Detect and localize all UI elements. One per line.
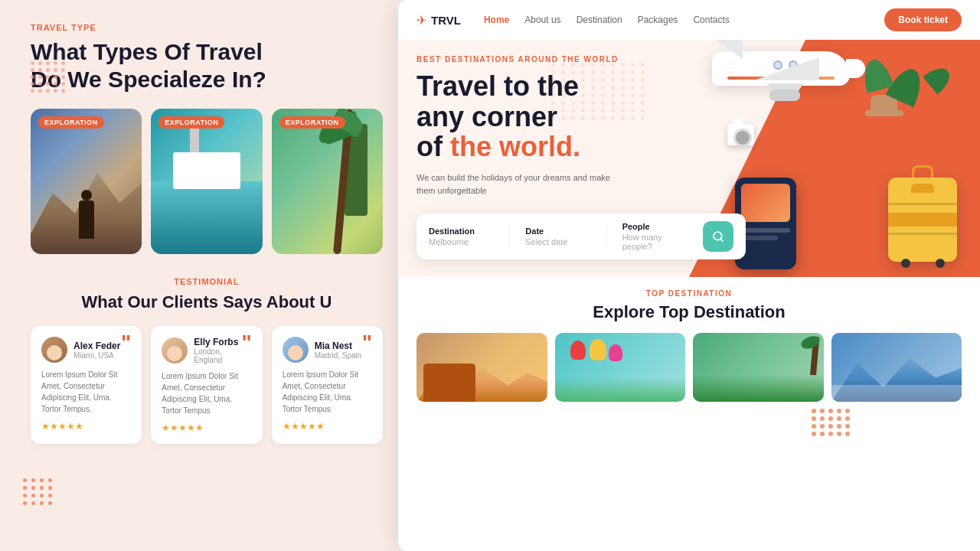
search-divider-2	[606, 225, 607, 248]
logo-icon: ✈	[416, 13, 426, 28]
reviewer-name-1: Alex Feder	[74, 341, 120, 351]
card-ocean: EXPLORATION	[151, 109, 262, 254]
people-value: How many people?	[622, 233, 688, 251]
hero-section: document.addEventListener('DOMContentLoa…	[398, 40, 980, 277]
review-text-3: Lorem Ipsum Dolor Sit Amet, Consectetur …	[283, 369, 372, 415]
right-panel: ✈ TRVL Home About us Destination Package…	[398, 0, 980, 551]
avatar-3	[283, 337, 309, 363]
search-divider-1	[509, 225, 510, 248]
date-value: Select date	[525, 237, 590, 246]
date-field[interactable]: Date Select date	[525, 227, 590, 246]
avatar-1	[41, 337, 67, 363]
card-label-3: EXPLORATION	[279, 116, 345, 129]
reviewer-info-1: Alex Feder Miami, USA	[41, 337, 131, 363]
dot-pattern-top-left: document.addEventListener('DOMContentLoa…	[31, 61, 66, 93]
reviewer-location-3: Madrid, Spain	[315, 351, 362, 360]
people-field[interactable]: People How many people?	[622, 222, 688, 251]
logo-text: TRVL	[431, 14, 461, 27]
hat-brim	[865, 110, 903, 116]
card-label-1: EXPLORATION	[38, 116, 104, 129]
testimonial-card-2: " Elly Forbs London, England Lorem Ipsum…	[151, 326, 262, 444]
stars-1: ★★★★★	[41, 421, 131, 432]
nav-link-packages[interactable]: Packages	[638, 15, 678, 25]
destination-label: Destination	[429, 227, 494, 236]
hero-title: Travel to the any corner of the world.	[416, 71, 746, 162]
review-text-1: Lorem Ipsum Dolor Sit Amet, Consectetur …	[41, 369, 131, 415]
testimonial-cards: " Alex Feder Miami, USA Lorem Ipsum Dolo…	[31, 326, 383, 444]
nav-links: Home About us Destination Packages Conta…	[484, 15, 884, 25]
nav-link-contacts[interactable]: Contacts	[693, 15, 729, 25]
destination-field[interactable]: Destination Melbourne	[429, 227, 494, 246]
dest-card-mountains[interactable]	[831, 333, 962, 402]
left-title: What Types Of Travel Do We Specialeze In…	[31, 38, 383, 93]
destination-value: Melbourne	[429, 237, 494, 246]
glasses-left-lens	[842, 162, 854, 171]
nav-link-home[interactable]: Home	[484, 15, 509, 25]
reviewer-location-1: Miami, USA	[74, 351, 120, 360]
search-button[interactable]	[703, 221, 733, 252]
review-text-2: Lorem Ipsum Dolor Sit Amet, Consectetur …	[162, 370, 251, 416]
luggage-wheels	[888, 259, 957, 268]
orange-dots	[812, 409, 851, 436]
nav-link-about[interactable]: About us	[524, 15, 560, 25]
top-destination-title: Explore Top Destination	[416, 302, 962, 322]
cards-row: EXPLORATION EXPLORATION EXPLORATION	[31, 109, 383, 254]
card-beach: EXPLORATION	[272, 109, 383, 254]
sunglasses	[842, 162, 873, 178]
luggage-handle	[912, 165, 933, 178]
testimonial-label: TESTIMONIAL	[31, 277, 383, 286]
hero-tag: BEST DESTINATIONS AROUND THE WORLD	[416, 55, 746, 64]
reviewer-name-3: Mia Nest	[315, 341, 362, 351]
navigation: ✈ TRVL Home About us Destination Package…	[398, 0, 980, 40]
dest-card-tropics[interactable]	[693, 333, 824, 402]
nav-link-destination[interactable]: Destination	[577, 15, 622, 25]
travel-type-label: TRAVEL TYPE	[31, 23, 383, 32]
luggage	[888, 178, 957, 262]
date-label: Date	[525, 227, 590, 236]
stars-2: ★★★★★	[162, 422, 251, 433]
testimonial-card-3: " Mia Nest Madrid, Spain Lorem Ipsum Dol…	[272, 326, 383, 444]
testimonial-card-1: " Alex Feder Miami, USA Lorem Ipsum Dolo…	[31, 326, 142, 444]
search-bar: Destination Melbourne Date Select date P…	[416, 214, 746, 259]
luggage-stripe	[888, 213, 957, 227]
hero-subtitle: We can build the holidays of your dreams…	[416, 171, 631, 198]
dest-card-balloons[interactable]	[555, 333, 686, 402]
card-cliff: EXPLORATION	[31, 109, 142, 254]
hero-content: BEST DESTINATIONS AROUND THE WORLD Trave…	[416, 55, 746, 259]
bottom-section: TOP DESTINATION Explore Top Destination	[398, 277, 980, 411]
dest-card-canyon[interactable]	[416, 333, 547, 402]
logo: ✈ TRVL	[416, 13, 461, 28]
testimonial-title: What Our Clients Says About U	[31, 292, 383, 312]
reviewer-info-3: Mia Nest Madrid, Spain	[283, 337, 372, 363]
avatar-2	[162, 337, 188, 364]
airplane-engine	[769, 90, 800, 101]
top-destination-label: TOP DESTINATION	[416, 289, 962, 298]
destination-cards	[416, 333, 962, 402]
glasses-right-lens	[861, 162, 873, 171]
book-ticket-button[interactable]: Book ticket	[884, 8, 962, 31]
card-label-2: EXPLORATION	[158, 116, 224, 129]
stars-3: ★★★★★	[283, 421, 372, 432]
reviewer-info-2: Elly Forbs London, England	[162, 337, 251, 364]
people-label: People	[622, 222, 688, 231]
svg-line-1	[720, 239, 723, 241]
left-panel: document.addEventListener('DOMContentLoa…	[0, 0, 413, 551]
dot-pattern-bottom-left	[23, 478, 53, 505]
search-icon	[712, 230, 724, 243]
